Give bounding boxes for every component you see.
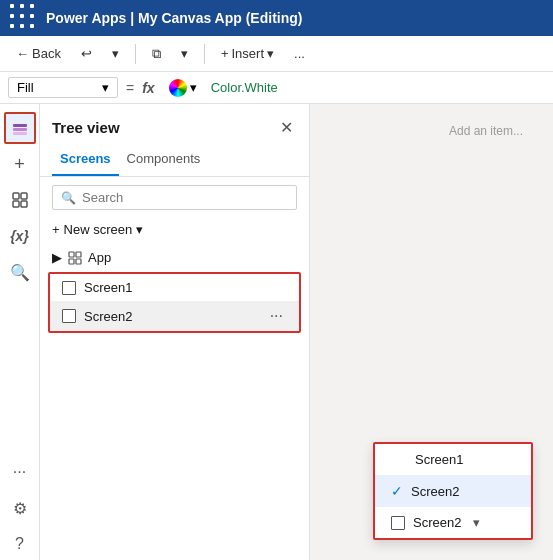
tree-panel: Tree view ✕ Screens Components 🔍 + New s… <box>40 104 310 560</box>
svg-rect-4 <box>21 193 27 199</box>
search-icon: 🔍 <box>61 191 76 205</box>
sidebar-icon-variable[interactable]: {x} <box>4 220 36 252</box>
screen2-more-button[interactable]: ··· <box>266 307 287 325</box>
more-button[interactable]: ... <box>286 42 313 65</box>
back-button[interactable]: ← Back <box>8 42 69 65</box>
svg-rect-0 <box>13 124 27 127</box>
screens-group: Screen1 Screen2 ··· <box>48 272 301 333</box>
tab-screens[interactable]: Screens <box>52 147 119 176</box>
svg-rect-10 <box>76 259 81 264</box>
color-picker-button[interactable]: ▾ <box>163 77 203 99</box>
plus-icon: + <box>221 46 229 61</box>
undo-dropdown-button[interactable]: ▾ <box>104 42 127 65</box>
sidebar-icon-plus[interactable]: + <box>4 148 36 180</box>
app-title: Power Apps | My Canvas App (Editing) <box>46 10 302 26</box>
dropdown-item-screen2-expand[interactable]: Screen2 ▾ <box>375 507 531 538</box>
svg-rect-6 <box>21 201 27 207</box>
formula-bar: Fill ▾ = fx ▾ Color.White <box>0 72 553 104</box>
svg-rect-1 <box>13 128 27 131</box>
color-circle-icon <box>169 79 187 97</box>
screen-dropdown: Screen1 ✓ Screen2 Screen2 ▾ <box>373 442 533 540</box>
chevron-down-icon: ▾ <box>181 46 188 61</box>
tree-close-button[interactable]: ✕ <box>276 116 297 139</box>
variable-icon: {x} <box>10 228 29 244</box>
screen-item-screen1[interactable]: Screen1 <box>50 274 299 301</box>
svg-rect-5 <box>13 201 19 207</box>
svg-rect-8 <box>76 252 81 257</box>
tree-header: Tree view ✕ <box>40 104 309 139</box>
fill-dropdown[interactable]: Fill ▾ <box>8 77 118 98</box>
search-input[interactable] <box>82 190 288 205</box>
chevron-down-icon: ▾ <box>190 80 197 95</box>
chevron-down-icon: ▾ <box>473 515 480 530</box>
canvas-area: Add an item... Screen1 ✓ Screen2 Screen2… <box>310 104 553 560</box>
gear-icon: ⚙ <box>13 499 27 518</box>
plus-icon: + <box>52 222 60 237</box>
screen-expand-icon <box>391 516 405 530</box>
plus-icon: + <box>14 154 25 175</box>
svg-rect-9 <box>69 259 74 264</box>
tree-tabs: Screens Components <box>40 139 309 177</box>
insert-button[interactable]: + Insert ▾ <box>213 42 282 65</box>
dropdown-item-screen1[interactable]: Screen1 <box>375 444 531 475</box>
tree-items: ▶ App Screen1 Screen2 ··· <box>40 241 309 339</box>
tree-view-title: Tree view <box>52 119 120 136</box>
fx-icon: fx <box>142 80 154 96</box>
sidebar-icon-ellipsis[interactable]: ··· <box>4 456 36 488</box>
new-screen-button[interactable]: + New screen ▾ <box>40 218 309 241</box>
toolbar-separator-2 <box>204 44 205 64</box>
sidebar-icon-help[interactable]: ? <box>4 528 36 560</box>
dropdown-item-screen2-selected[interactable]: ✓ Screen2 <box>375 475 531 507</box>
help-icon: ? <box>15 535 24 553</box>
screen-item-screen2[interactable]: Screen2 ··· <box>50 301 299 331</box>
screen2-icon <box>62 309 76 323</box>
search-icon: 🔍 <box>10 263 30 282</box>
app-icon <box>68 251 82 265</box>
tree-item-app[interactable]: ▶ App <box>40 245 309 270</box>
toolbar-separator-1 <box>135 44 136 64</box>
canvas-placeholder-text: Add an item... <box>449 124 523 138</box>
sidebar-icon-search[interactable]: 🔍 <box>4 256 36 288</box>
sidebar-icon-grid[interactable] <box>4 184 36 216</box>
copy-dropdown-button[interactable]: ▾ <box>173 42 196 65</box>
chevron-down-icon: ▾ <box>102 80 109 95</box>
toolbar: ← Back ↩ ▾ ⧉ ▾ + Insert ▾ ... <box>0 36 553 72</box>
app-grid-icon[interactable] <box>10 4 38 32</box>
undo-button[interactable]: ↩ <box>73 42 100 65</box>
chevron-down-icon: ▾ <box>112 46 119 61</box>
main-layout: + {x} 🔍 ··· ⚙ ? Tree view ✕ <box>0 104 553 560</box>
ellipsis-icon: ··· <box>13 463 26 481</box>
formula-value: Color.White <box>211 80 278 95</box>
svg-rect-7 <box>69 252 74 257</box>
chevron-right-icon: ▶ <box>52 250 62 265</box>
equals-sign: = <box>126 80 134 96</box>
top-bar: Power Apps | My Canvas App (Editing) <box>0 0 553 36</box>
sidebar-icon-layers[interactable] <box>4 112 36 144</box>
chevron-down-icon: ▾ <box>136 222 143 237</box>
chevron-down-icon: ▾ <box>267 46 274 61</box>
svg-rect-2 <box>13 132 27 135</box>
screen1-icon <box>62 281 76 295</box>
copy-button[interactable]: ⧉ <box>144 42 169 66</box>
back-arrow-icon: ← <box>16 46 29 61</box>
check-icon: ✓ <box>391 483 403 499</box>
search-box[interactable]: 🔍 <box>52 185 297 210</box>
copy-icon: ⧉ <box>152 46 161 62</box>
sidebar-icons: + {x} 🔍 ··· ⚙ ? <box>0 104 40 560</box>
undo-icon: ↩ <box>81 46 92 61</box>
sidebar-icon-settings[interactable]: ⚙ <box>4 492 36 524</box>
tab-components[interactable]: Components <box>119 147 209 176</box>
svg-rect-3 <box>13 193 19 199</box>
